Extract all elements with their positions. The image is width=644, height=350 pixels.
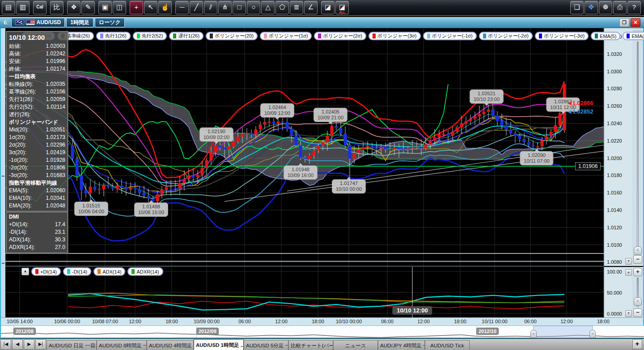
legend-item[interactable]: ボリンジャー(-3σ) <box>535 32 589 40</box>
chart-tab-4[interactable]: AUD/USD 1時間足 ... <box>194 339 244 350</box>
legend-label: ボリンジャー(-2σ) <box>488 33 529 39</box>
chart-template-icon[interactable]: ▣ <box>98 1 112 14</box>
price-tick-label: 1.0300 <box>607 69 622 74</box>
collapse-dmi-button[interactable]: ▲ <box>21 268 29 275</box>
fib-fan-tool-icon[interactable]: ∠ <box>304 1 318 14</box>
ellipse-tool-icon[interactable]: ○ <box>247 1 260 14</box>
zoom-out-button[interactable]: − <box>633 255 642 264</box>
eraser-all-icon[interactable]: ◪ALL <box>335 1 349 14</box>
legend-item[interactable]: 遅行1(26) <box>169 32 203 40</box>
portfolio-list-icon[interactable]: ▤ <box>2 1 15 14</box>
legend-item[interactable]: 先行2(52) <box>133 32 167 40</box>
indicator-value-row: 先行1(26):1.02059 <box>9 96 65 103</box>
chart-tab-5[interactable]: AUD/USD 5分足 一目... <box>244 340 288 350</box>
print-icon[interactable]: ⎙ <box>613 1 627 14</box>
chart-tab-1[interactable]: AUD/USD 日足 一目均... <box>47 340 97 350</box>
time-axis[interactable]: 10/05 14:0010/06 00:0010/08 07:0012:0018… <box>1 317 643 326</box>
polygon-tool-icon[interactable]: ⬠ <box>275 1 289 14</box>
dmi-legend-item[interactable]: -DI(14) <box>63 267 91 276</box>
chart-window: 転換線(9)基準線(26)先行1(26)先行2(52)遅行1(26)ボリンジャー… <box>0 28 644 338</box>
row-label: 1σ(20): <box>9 134 26 141</box>
tab-nav-next-button[interactable]: ▶ <box>24 339 34 350</box>
legend-item[interactable]: EMA(5) <box>591 32 620 40</box>
link-chart-icon[interactable]: ❖ <box>67 1 80 14</box>
price-scale-scrollbar[interactable]: +−≡ <box>632 28 643 266</box>
tab-nav-last-button[interactable]: ▶| <box>35 339 46 350</box>
legend-color-swatch <box>595 34 598 38</box>
legend-item[interactable]: ボリンジャー(20) <box>206 32 258 40</box>
scale-down-button[interactable]: ▼ <box>625 258 632 265</box>
dmi-axis[interactable]: 100.0050.0000.0000▲▼ <box>604 267 632 318</box>
help-icon[interactable]: ? <box>627 1 641 14</box>
price-tick-label: 1.0240 <box>607 121 622 126</box>
legend-item[interactable]: ボリンジャー(3σ) <box>369 32 421 40</box>
timeframe-button[interactable]: 1時間足 <box>66 18 93 27</box>
close-window-button[interactable]: ✕ <box>631 18 640 27</box>
chart-application: ▤▥Cal比❖✎▣◫+↖☝─╱⫽⋔□○△⬠≣∠◪◪ALL❏✥☸⎙? 6: AUD… <box>0 0 644 350</box>
toolbar: ▤▥Cal比❖✎▣◫+↖☝─╱⫽⋔□○△⬠≣∠◪◪ALL❏✥☸⎙? <box>0 0 644 16</box>
new-report-icon[interactable]: ▥ <box>16 1 30 14</box>
zoom-out-button[interactable]: − <box>633 308 642 317</box>
legend-item[interactable]: 先行1(26) <box>96 32 131 40</box>
dmi-scale-scrollbar[interactable]: +−≡ <box>632 267 643 317</box>
pair-box[interactable]: AUD/USD <box>11 18 65 27</box>
chart-type-button[interactable]: ローソク <box>95 18 125 27</box>
pitchfork-tool-icon[interactable]: ⋔ <box>218 1 232 14</box>
save-icon[interactable]: ◫ <box>113 1 126 14</box>
legend-item[interactable]: EMA(10) <box>623 32 644 40</box>
scale-up-button[interactable]: ▲ <box>625 269 632 276</box>
slider-grip[interactable]: ≡ <box>634 297 642 306</box>
indicator-legend-row: 転換線(9)基準線(26)先行1(26)先行2(52)遅行1(26)ボリンジャー… <box>21 32 644 40</box>
fullscreen-icon[interactable]: ✥ <box>585 1 598 14</box>
chart-tab-9[interactable]: AUD/USD Tick <box>425 340 470 350</box>
dmi-legend-item[interactable]: ADXR(14) <box>127 267 163 276</box>
calendar-icon[interactable]: Cal <box>33 1 47 14</box>
selection-right-handle[interactable]: ≡ <box>589 330 596 338</box>
restore-window-button[interactable]: ❐ <box>619 18 629 27</box>
legend-item[interactable]: ボリンジャー(2σ) <box>314 32 366 40</box>
fib-retracement-tool-icon[interactable]: ≣ <box>290 1 303 14</box>
legend-item[interactable]: ボリンジャー(-2σ) <box>479 32 533 40</box>
tab-nav-first-button[interactable]: |◀ <box>0 339 11 350</box>
price-annotation: 1.0194810/09 16:00 <box>284 165 318 180</box>
cursor-tool-icon[interactable]: ↖ <box>144 1 157 14</box>
windows-icon[interactable]: ❏ <box>570 1 584 14</box>
triangle-tool-icon[interactable]: △ <box>261 1 275 14</box>
chart-tab-3[interactable]: AUD/USD 4時間足 一... <box>147 340 194 350</box>
parallel-lines-tool-icon[interactable]: ⫽ <box>204 1 217 14</box>
legend-item[interactable]: ボリンジャー(-1σ) <box>423 32 477 40</box>
tab-nav-prev-button[interactable]: ◀ <box>12 339 23 350</box>
zoom-in-button[interactable]: + <box>633 268 642 276</box>
chart-tab-7[interactable]: ニュース <box>333 340 378 350</box>
selection-left-handle[interactable]: ≡ <box>530 330 537 338</box>
indicator-value-row: 始値:1.02003 <box>9 42 65 50</box>
hand-tool-icon[interactable]: ☝ <box>158 1 172 14</box>
compare-icon[interactable]: 比 <box>50 1 64 14</box>
horizontal-line-price-label: 1.01906 <box>575 162 601 170</box>
chart-tab-8[interactable]: AUD/JPY 4時間足 一... <box>378 340 425 350</box>
add-chart-tab-button[interactable]: + <box>632 339 642 349</box>
trendline-tool-icon[interactable]: ╱ <box>190 1 203 14</box>
pair-label: AUD/USD <box>37 19 61 25</box>
eraser-icon[interactable]: ◪ <box>321 1 335 14</box>
settings-gear-icon[interactable]: ☸ <box>599 1 612 14</box>
chart-navigator[interactable]: 2012/082012/092012/10≡≡ <box>1 325 644 338</box>
dmi-legend-item[interactable]: +DI(14) <box>31 267 61 276</box>
chart-tab-6[interactable]: 比較チャート(パーセント... <box>288 340 333 350</box>
hline-tool-icon[interactable]: ─ <box>175 1 189 14</box>
chart-tab-2[interactable]: AUD/USD 8時間足 一... <box>97 340 147 350</box>
annotation-price: 1.02621 <box>474 91 500 97</box>
row-value: 1.02060 <box>46 187 65 194</box>
legend-color-swatch <box>137 34 140 38</box>
legend-item[interactable]: ボリンジャー(1σ) <box>260 32 312 40</box>
crosshair-tool-icon[interactable]: + <box>130 1 143 14</box>
navigator-selection[interactable] <box>533 326 593 338</box>
annotation-pointer <box>484 103 489 106</box>
draw-pencil-icon[interactable]: ✎ <box>81 1 95 14</box>
scale-down-button[interactable]: ▼ <box>625 310 632 317</box>
price-axis[interactable]: 1.03401.03201.03001.02801.02601.02401.02… <box>604 28 632 266</box>
rectangle-tool-icon[interactable]: □ <box>233 1 246 14</box>
dmi-legend-item[interactable]: ADX(14) <box>93 267 125 276</box>
slider-grip[interactable]: ≡ <box>634 246 642 255</box>
legend-color-swatch <box>318 34 321 38</box>
